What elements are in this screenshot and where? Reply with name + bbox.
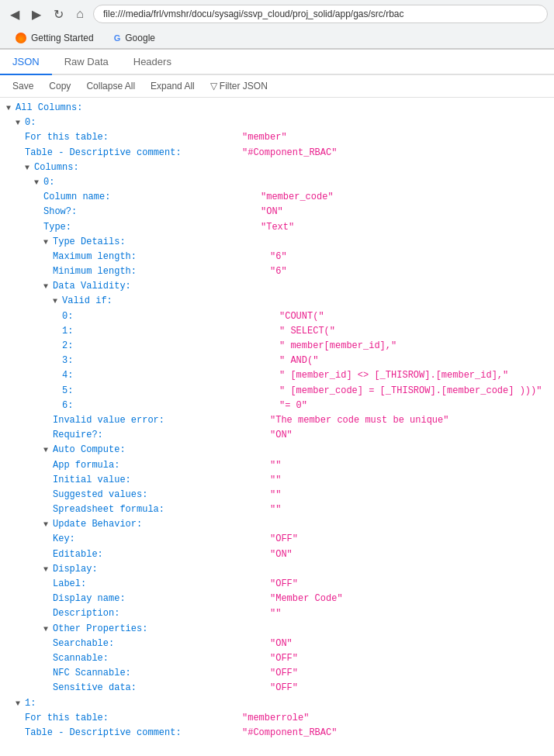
table-desc-2-label: Table - Descriptive comment:	[25, 727, 182, 738]
tab-json[interactable]: JSON	[0, 50, 52, 75]
searchable-line: Searchable: "ON"	[6, 637, 548, 651]
auto-compute-toggle[interactable]: ▼	[43, 444, 51, 457]
display-toggle[interactable]: ▼	[43, 564, 51, 576]
require-line: Require?: "ON"	[6, 428, 548, 443]
spreadsheet-val: ""	[270, 502, 281, 517]
item-1-toggle[interactable]: ▼	[16, 698, 23, 710]
vi-1-line: 1: " SELECT("	[6, 324, 548, 339]
item-1-index: 1:	[25, 696, 36, 711]
sensitive-label: Sensitive data:	[53, 682, 137, 693]
vi-0-label: 0:	[62, 311, 73, 322]
table-desc-2-line: Table - Descriptive comment: "#Component…	[6, 726, 548, 740]
invalid-val: "The member code must be unique"	[270, 413, 448, 428]
item-0-index: 0:	[25, 116, 36, 130]
forward-button[interactable]: ▶	[28, 5, 45, 22]
for-this-table-label: For this table:	[25, 132, 109, 143]
home-button[interactable]: ⌂	[71, 5, 88, 22]
display-line: ▼ Display:	[6, 562, 548, 577]
back-button[interactable]: ◀	[6, 5, 23, 22]
show-label: Show?:	[43, 206, 77, 217]
col-0-toggle[interactable]: ▼	[34, 177, 42, 189]
reload-button[interactable]: ↻	[50, 5, 67, 22]
label-label: Label:	[53, 578, 86, 589]
min-len-label: Minimum length:	[53, 266, 137, 277]
table-desc-line: Table - Descriptive comment: "#Component…	[6, 146, 548, 161]
columns-line: ▼ Columns:	[6, 161, 548, 175]
key-label: Key:	[53, 533, 75, 544]
other-props-label: Other Properties:	[53, 622, 147, 637]
address-bar[interactable]: file:///media/frl/vmshr/docu/sysagi/ssvp…	[93, 5, 548, 23]
scannable-val: "OFF"	[270, 651, 298, 666]
min-len-val: "6"	[270, 264, 287, 279]
filter-json-label: Filter JSON	[220, 81, 268, 91]
expand-all-button[interactable]: Expand All	[144, 78, 201, 94]
vi-4-label: 4:	[62, 370, 73, 381]
display-name-val: "Member Code"	[270, 592, 343, 606]
type-details-toggle[interactable]: ▼	[43, 236, 51, 249]
sensitive-val: "OFF"	[270, 681, 298, 696]
invalid-line: Invalid value error: "The member code mu…	[6, 413, 548, 428]
tab-google[interactable]: G Google	[105, 28, 164, 48]
display-name-label: Display name:	[53, 593, 126, 604]
valid-if-line: ▼ Valid if:	[6, 294, 548, 309]
label-val: "OFF"	[270, 577, 298, 592]
valid-if-toggle[interactable]: ▼	[53, 295, 61, 308]
vi-6-label: 6:	[62, 400, 73, 411]
data-validity-toggle[interactable]: ▼	[43, 281, 51, 293]
vi-1-val: " SELECT("	[279, 324, 335, 339]
vi-3-line: 3: " AND("	[6, 354, 548, 368]
save-button[interactable]: Save	[6, 78, 40, 94]
max-len-label: Maximum length:	[53, 251, 137, 262]
table-desc-val: "#Component_RBAC"	[242, 146, 337, 161]
copy-button[interactable]: Copy	[43, 78, 77, 94]
suggested-val: ""	[270, 488, 281, 502]
sensitive-line: Sensitive data: "OFF"	[6, 681, 548, 696]
for-this-table-2-line: For this table: "memberrole"	[6, 711, 548, 726]
vi-3-label: 3:	[62, 355, 73, 366]
auto-compute-line: ▼ Auto Compute:	[6, 443, 548, 457]
require-val: "ON"	[270, 428, 293, 443]
type-line: Type: "Text"	[6, 220, 548, 235]
spreadsheet-label: Spreadsheet formula:	[53, 504, 164, 515]
vi-0-line: 0: "COUNT("	[6, 309, 548, 324]
vi-0-val: "COUNT("	[279, 309, 324, 324]
filter-json-button[interactable]: ▽ Filter JSON	[204, 78, 274, 94]
data-validity-label: Data Validity:	[53, 279, 131, 294]
editable-label: Editable:	[53, 549, 103, 560]
item-0-toggle[interactable]: ▼	[16, 117, 23, 129]
root-label: All Columns:	[16, 101, 82, 116]
editable-line: Editable: "ON"	[6, 547, 548, 562]
tab-raw-data[interactable]: Raw Data	[52, 50, 121, 75]
vi-5-line: 5: " [member_code] = [_THISROW].[member_…	[6, 384, 548, 399]
tab-getting-started[interactable]: Getting Started	[6, 28, 103, 48]
table-desc-label: Table - Descriptive comment:	[25, 147, 182, 158]
other-props-toggle[interactable]: ▼	[43, 623, 51, 636]
columns-toggle[interactable]: ▼	[25, 162, 33, 174]
editable-val: "ON"	[270, 547, 293, 562]
col-0-index: 0:	[43, 175, 54, 190]
type-details-label: Type Details:	[53, 235, 126, 250]
google-icon: G	[114, 33, 121, 43]
min-len-line: Minimum length: "6"	[6, 264, 548, 279]
require-label: Require?:	[53, 430, 103, 440]
data-validity-line: ▼ Data Validity:	[6, 279, 548, 294]
display-name-line: Display name: "Member Code"	[6, 592, 548, 606]
max-len-val: "6"	[270, 250, 287, 264]
update-behavior-toggle[interactable]: ▼	[43, 519, 51, 531]
root-line: ▼ All Columns:	[6, 101, 548, 116]
item-0-line: ▼ 0:	[6, 116, 548, 130]
vi-6-val: "= 0"	[279, 399, 307, 413]
initial-val: ""	[270, 473, 281, 488]
collapse-all-button[interactable]: Collapse All	[80, 78, 141, 94]
firefox-icon	[16, 33, 26, 43]
scannable-label: Scannable:	[53, 653, 109, 664]
searchable-val: "ON"	[270, 637, 293, 651]
initial-label: Initial value:	[53, 475, 131, 485]
json-content: ▼ All Columns: ▼ 0: For this table: "mem…	[0, 98, 554, 744]
tab-headers[interactable]: Headers	[121, 50, 184, 75]
searchable-label: Searchable:	[53, 638, 114, 649]
vi-2-label: 2:	[62, 340, 73, 351]
root-toggle[interactable]: ▼	[6, 102, 14, 115]
tab-getting-started-label: Getting Started	[31, 33, 94, 43]
label-line: Label: "OFF"	[6, 577, 548, 592]
